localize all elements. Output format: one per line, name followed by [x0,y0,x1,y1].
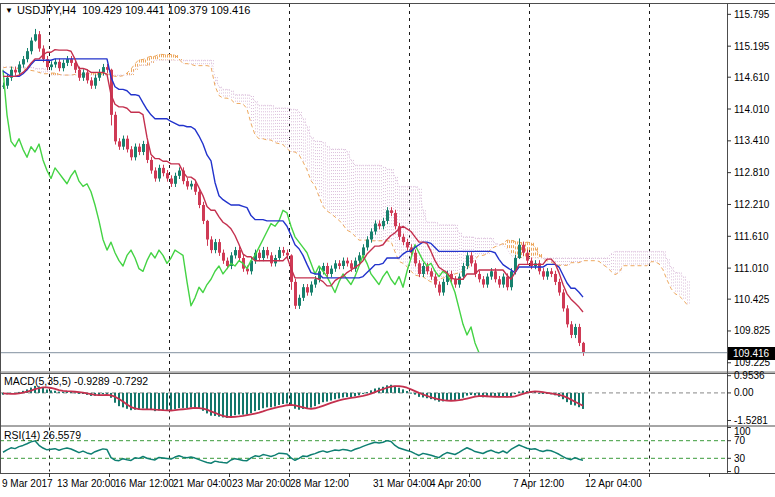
price-axis[interactable]: 115.795115.195114.610114.010113.410112.8… [727,9,771,476]
svg-text:114.010: 114.010 [734,104,770,115]
svg-text:0.9536: 0.9536 [734,370,765,381]
svg-text:70: 70 [734,435,746,446]
trading-chart-window: 115.795115.195114.610114.010113.410112.8… [0,0,775,497]
macd-panel [0,385,727,418]
svg-text:115.195: 115.195 [734,41,770,52]
rsi-panel [0,441,727,464]
chart-canvas[interactable]: 115.795115.195114.610114.010113.410112.8… [0,0,775,497]
svg-text:111.010: 111.010 [734,263,769,274]
svg-text:113.410: 113.410 [734,135,770,146]
svg-text:9 Mar 2017: 9 Mar 2017 [2,478,53,489]
svg-text:28 Mar 12:00: 28 Mar 12:00 [290,478,349,489]
current-price-badge: 109.416 [728,347,775,360]
svg-text:7 Apr 12:00: 7 Apr 12:00 [513,478,565,489]
svg-text:109.825: 109.825 [734,325,771,336]
svg-text:16 Mar 12:00: 16 Mar 12:00 [115,478,174,489]
candles-layer [2,29,585,356]
svg-text:-1.5281: -1.5281 [734,415,768,426]
svg-text:115.795: 115.795 [734,9,770,20]
svg-text:30: 30 [734,453,746,464]
svg-text:31 Mar 04:00: 31 Mar 04:00 [373,478,432,489]
svg-text:0.00: 0.00 [734,387,754,398]
ichimoku-cloud [3,54,690,304]
svg-text:4 Apr 20:00: 4 Apr 20:00 [430,478,482,489]
svg-text:112.810: 112.810 [734,167,770,178]
svg-text:23 Mar 20:00: 23 Mar 20:00 [232,478,291,489]
svg-text:112.210: 112.210 [734,199,770,210]
time-axis[interactable]: 9 Mar 201713 Mar 20:0016 Mar 12:0021 Mar… [2,473,710,489]
svg-text:114.610: 114.610 [734,72,770,83]
svg-text:21 Mar 04:00: 21 Mar 04:00 [173,478,232,489]
svg-text:13 Mar 20:00: 13 Mar 20:00 [57,478,116,489]
svg-text:0: 0 [734,465,740,476]
svg-text:12 Apr 04:00: 12 Apr 04:00 [585,478,642,489]
svg-text:110.425: 110.425 [734,294,770,305]
svg-text:111.610: 111.610 [734,231,769,242]
